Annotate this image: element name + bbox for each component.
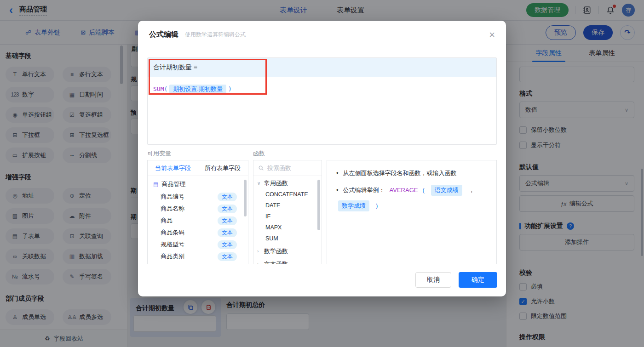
modal-title: 公式编辑 bbox=[149, 30, 178, 40]
function-item[interactable]: CONCATENATE bbox=[253, 189, 322, 200]
tip-example-line: • 公式编辑举例：AVERAGE(语文成绩，数学成绩) bbox=[336, 185, 487, 211]
formula-editor-area[interactable]: 合计期初数量 = SUM(期初设置.期初数量) bbox=[147, 57, 497, 145]
chevron-down-icon: ∨ bbox=[257, 181, 261, 186]
formula-target: 合计期初数量 = bbox=[148, 58, 496, 77]
search-icon bbox=[258, 165, 264, 171]
cancel-button[interactable]: 取消 bbox=[415, 272, 451, 288]
example-function-name: AVERAGE bbox=[390, 186, 418, 195]
function-search-input[interactable] bbox=[267, 165, 313, 171]
example-field-token: 数学成绩 bbox=[338, 200, 369, 211]
function-group-common[interactable]: ∨ 常用函数 bbox=[253, 177, 322, 189]
type-tag: 文本 bbox=[218, 240, 237, 249]
variable-row[interactable]: 商品文本 bbox=[148, 215, 248, 227]
tab-current-form-fields[interactable]: 当前表单字段 bbox=[155, 164, 191, 172]
function-group-text[interactable]: › 文本函数 bbox=[253, 258, 322, 264]
chevron-right-icon: › bbox=[257, 249, 261, 254]
formula-function-name: SUM bbox=[153, 85, 164, 92]
variables-label: 可用变量 bbox=[147, 149, 171, 158]
type-tag: 文本 bbox=[218, 252, 237, 261]
tips-panel: • 从左侧面板选择字段名和函数，或输入函数 • 公式编辑举例：AVERAGE(语… bbox=[327, 160, 497, 264]
modal-header: 公式编辑 使用数学运算符编辑公式 × bbox=[138, 21, 506, 49]
functions-scrollbar[interactable] bbox=[317, 180, 320, 230]
variables-tree-root[interactable]: ▤ 商品管理 bbox=[148, 178, 248, 191]
function-item[interactable]: MAPX bbox=[253, 222, 322, 233]
variable-row[interactable]: 商品编号文本 bbox=[148, 191, 248, 203]
type-tag: 文本 bbox=[218, 216, 237, 225]
bullet-icon: • bbox=[336, 186, 339, 195]
type-tag: 文本 bbox=[218, 193, 237, 201]
variable-row[interactable]: 商品条码文本 bbox=[148, 227, 248, 239]
variables-panel: 当前表单字段 所有表单字段 ▤ 商品管理 商品编号文本 商品名称文本 商品文本 … bbox=[147, 160, 248, 264]
function-item[interactable]: IF bbox=[253, 211, 322, 222]
tip-line: • 从左侧面板选择字段名和函数，或输入函数 bbox=[336, 169, 487, 178]
function-search bbox=[253, 160, 322, 176]
tab-all-form-fields[interactable]: 所有表单字段 bbox=[205, 164, 241, 172]
variable-row[interactable]: 商品名称文本 bbox=[148, 203, 248, 215]
formula-expression: SUM(期初设置.期初数量) bbox=[148, 77, 496, 101]
function-item[interactable]: SUM bbox=[253, 233, 322, 244]
form-doc-icon: ▤ bbox=[153, 181, 158, 188]
confirm-button[interactable]: 确定 bbox=[459, 272, 497, 288]
close-icon[interactable]: × bbox=[489, 30, 495, 40]
bullet-icon: • bbox=[336, 169, 339, 178]
function-item[interactable]: DATE bbox=[253, 200, 322, 211]
formula-editor-modal: 公式编辑 使用数学运算符编辑公式 × 合计期初数量 = SUM(期初设置.期初数… bbox=[138, 21, 506, 296]
variables-scrollbar[interactable] bbox=[244, 180, 247, 216]
type-tag: 文本 bbox=[218, 228, 237, 237]
formula-field-token[interactable]: 期初设置.期初数量 bbox=[169, 85, 226, 93]
functions-panel: ∨ 常用函数 CONCATENATE DATE IF MAPX SUM › 数学… bbox=[253, 160, 322, 264]
chevron-right-icon: › bbox=[257, 262, 261, 264]
modal-subtitle: 使用数学运算符编辑公式 bbox=[185, 31, 246, 39]
variables-tabs: 当前表单字段 所有表单字段 bbox=[148, 160, 248, 176]
functions-label: 函数 bbox=[253, 149, 265, 158]
function-group-math[interactable]: › 数学函数 bbox=[253, 245, 322, 257]
variable-row[interactable]: 规格型号文本 bbox=[148, 239, 248, 250]
example-field-token: 语文成绩 bbox=[431, 185, 462, 196]
variable-row[interactable]: 商品类别文本 bbox=[148, 250, 248, 262]
type-tag: 文本 bbox=[218, 205, 237, 213]
